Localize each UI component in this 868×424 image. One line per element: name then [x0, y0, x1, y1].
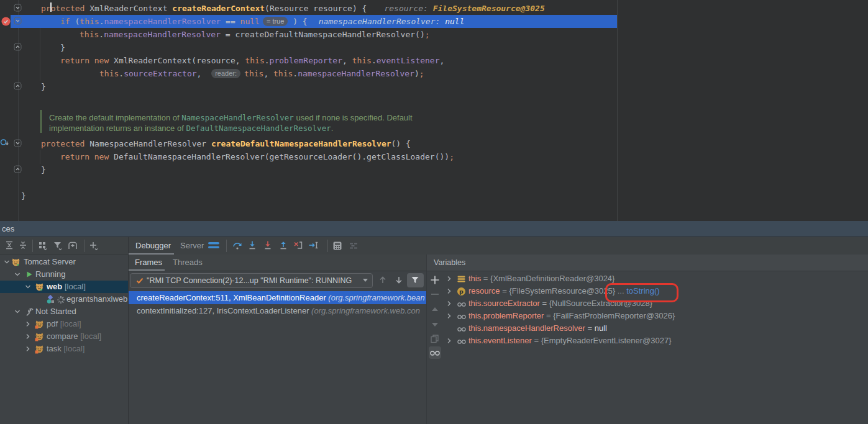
doc-comment-bar [40, 110, 42, 133]
fold-end-icon[interactable] [14, 165, 22, 173]
show-execution-point-icon[interactable] [208, 240, 219, 251]
tree-row[interactable]: compare [local] [0, 330, 128, 343]
chevron-down-icon[interactable] [2, 258, 11, 266]
tree-row-label: task [local] [47, 343, 85, 355]
services-tree: Tomcat ServerRunningweb [local]egrantsha… [0, 255, 128, 424]
thread-running-check-icon [135, 276, 144, 285]
code-line: protected NamespaceHandlerResolver creat… [41, 137, 411, 150]
tomcat-icon [11, 258, 20, 266]
breakpoint-icon[interactable] [1, 17, 11, 28]
right-margin-guide [617, 0, 618, 221]
toolbar-separator [327, 240, 328, 252]
variable-row-text: this.problemReporter = {FailFastProblemR… [468, 310, 675, 322]
chevron-right-icon[interactable] [24, 320, 32, 328]
chevron-down-icon[interactable] [24, 282, 32, 291]
code-line: } [21, 189, 26, 202]
thread-selector-dropdown[interactable]: "RMI TCP Connection(2)-12...up "RMI Runt… [130, 273, 373, 288]
evaluate-expression-icon[interactable] [332, 240, 343, 251]
add-icon[interactable] [88, 240, 99, 251]
tree-row[interactable]: egrantshanxiweb [0, 293, 128, 305]
ide-window: protected XmlReaderContext createReaderC… [0, 0, 868, 424]
frames-tabs-row: Frames Threads [129, 255, 426, 271]
services-title: ces [0, 224, 14, 233]
tomcat-stopped-icon [35, 345, 43, 353]
variable-row[interactable]: this.namespaceHandlerResolver = null [442, 322, 868, 335]
chevron-down-icon[interactable] [13, 270, 22, 279]
variables-toolbar [427, 271, 443, 424]
variable-row[interactable]: this.eventListener = {EmptyReaderEventLi… [442, 335, 868, 347]
filter-icon[interactable] [52, 240, 63, 251]
code-editor[interactable]: protected XmlReaderContext createReaderC… [0, 0, 868, 222]
tree-row[interactable]: pdf [local] [0, 318, 128, 330]
show-watches-icon[interactable] [429, 346, 441, 359]
watch-icon [457, 312, 466, 321]
tree-row-label: Tomcat Server [24, 256, 76, 268]
frame-row[interactable]: createReaderContext:511, XmlBeanDefiniti… [129, 291, 426, 304]
tree-row[interactable]: Not Started [0, 305, 128, 318]
code-line: this.namespaceHandlerResolver = createDe… [80, 28, 430, 41]
hide-frames-filter-button[interactable] [407, 273, 424, 287]
previous-frame-icon[interactable] [377, 274, 389, 286]
tab-debugger[interactable]: Debugger [135, 237, 171, 255]
chevron-right-icon[interactable] [445, 287, 454, 295]
add-watch-icon[interactable] [429, 274, 441, 286]
code-line: return new XmlReaderContext(resource, th… [60, 54, 444, 67]
collapse-all-icon[interactable] [18, 240, 29, 251]
step-into-icon[interactable] [247, 240, 258, 251]
fold-end-icon[interactable] [14, 82, 22, 90]
duplicate-icon[interactable] [429, 333, 441, 345]
move-down-icon[interactable] [429, 318, 441, 330]
indent-guide [40, 150, 40, 164]
drop-frame-icon[interactable] [293, 240, 304, 251]
tab-frames-underline [129, 269, 165, 271]
next-frame-icon[interactable] [393, 274, 405, 286]
chevron-right-icon[interactable] [24, 332, 32, 341]
fold-end-icon[interactable] [14, 43, 22, 51]
step-out-icon[interactable] [278, 240, 290, 251]
fold-expanded-icon[interactable] [14, 139, 22, 147]
add-tab-icon[interactable] [66, 240, 78, 251]
code-line: return new DefaultNamespaceHandlerResolv… [60, 150, 454, 163]
move-up-icon[interactable] [429, 304, 441, 316]
value-icon [457, 274, 466, 284]
parameter-icon: p [457, 287, 466, 296]
expand-all-icon[interactable] [4, 240, 16, 251]
restore-layout-icon[interactable] [348, 240, 359, 251]
chevron-right-icon[interactable] [445, 274, 454, 283]
code-line: } [41, 163, 46, 176]
fold-expanded-icon[interactable] [14, 4, 22, 12]
watch-icon [457, 336, 466, 346]
group-by-icon[interactable] [37, 240, 48, 251]
chevron-right-icon[interactable] [445, 299, 454, 308]
chevron-right-icon[interactable] [445, 336, 454, 345]
variable-row[interactable]: this.problemReporter = {FailFastProblemR… [442, 310, 868, 322]
toolbar-row: Debugger Server [0, 237, 868, 255]
tree-row[interactable]: Running [0, 268, 128, 281]
remove-watch-icon[interactable] [429, 288, 441, 300]
services-titlebar[interactable]: ces [0, 221, 868, 237]
code-line: implementation returns an instance of De… [49, 122, 333, 135]
chevron-right-icon[interactable] [24, 345, 32, 353]
tostring-annotation-box [605, 283, 678, 302]
tree-row[interactable]: task [local] [0, 343, 128, 355]
tree-row-label: Running [35, 268, 65, 281]
fold-expanded-icon[interactable] [14, 17, 22, 25]
chevron-down-icon[interactable] [13, 307, 22, 316]
code-line: this.sourceExtractor, reader:this, this.… [99, 67, 424, 80]
frame-row[interactable]: contextInitialized:127, IrisContextLoade… [129, 304, 426, 317]
run-to-cursor-icon[interactable] [308, 240, 319, 251]
chevron-down-icon [363, 279, 368, 282]
force-step-into-icon[interactable] [263, 240, 274, 251]
tab-threads[interactable]: Threads [173, 255, 203, 271]
variables-header: Variables [427, 255, 868, 271]
watch-icon [457, 299, 466, 309]
tab-frames[interactable]: Frames [135, 255, 162, 271]
tree-row[interactable]: web [local] [0, 281, 128, 293]
override-method-icon[interactable] [0, 138, 10, 150]
tree-row[interactable]: Tomcat Server [0, 256, 128, 268]
variable-row-text: this.eventListener = {EmptyReaderEventLi… [468, 335, 672, 347]
tab-server[interactable]: Server [180, 237, 204, 255]
chevron-right-icon[interactable] [445, 312, 454, 320]
step-over-icon[interactable] [232, 240, 243, 251]
variable-row-text: this.namespaceHandlerResolver = null [468, 322, 607, 335]
